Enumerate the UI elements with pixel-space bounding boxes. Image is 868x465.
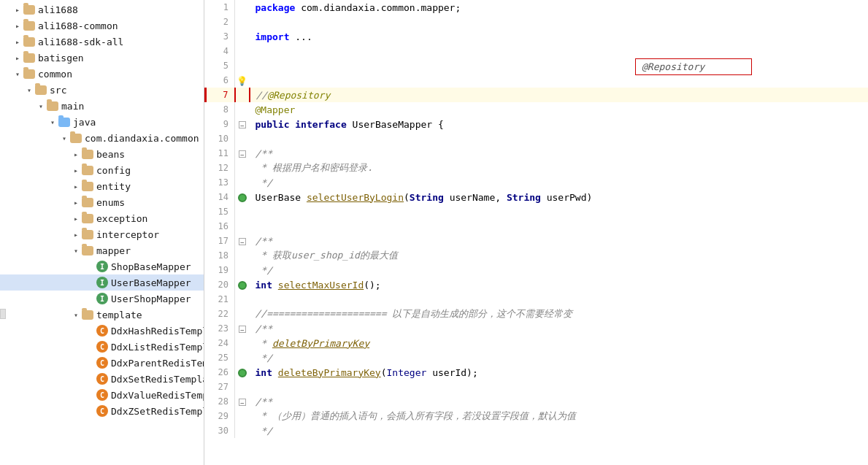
arrow-ali1688-common[interactable] [12, 22, 23, 30]
arrow-template[interactable] [70, 311, 82, 319]
arrow-ali1688-sdk-all[interactable] [12, 38, 23, 46]
code-line-12: 12 * 根据用户名和密码登录. [206, 161, 869, 175]
sidebar-item-ShopBaseMapper[interactable]: IShopBaseMapper [0, 258, 204, 274]
sidebar-item-main[interactable]: main [0, 98, 204, 114]
fold-icon-17[interactable]: − [239, 238, 246, 245]
line-gutter-2 [235, 15, 250, 29]
sidebar-item-com.diandaxia.common[interactable]: com.diandaxia.common [0, 130, 204, 146]
line-number-5: 5 [206, 58, 235, 73]
arrow-src[interactable] [23, 86, 35, 94]
sidebar-item-DdxHashRedisTemplate[interactable]: CDdxHashRedisTemplate [0, 323, 204, 339]
line-gutter-14 [235, 190, 250, 204]
folder-icon-config [82, 166, 93, 175]
file-icon-DdxHashRedisTemplate: C [96, 325, 108, 337]
sidebar-tree: ali1688ali1688-commonali1688-sdk-allbati… [0, 1, 204, 419]
sidebar-item-ali1688-sdk-all[interactable]: ali1688-sdk-all [0, 34, 204, 50]
item-label-template: template [96, 310, 142, 320]
sidebar-item-common[interactable]: common [0, 66, 204, 82]
sidebar-item-beans[interactable]: beans [0, 146, 204, 162]
fold-icon-23[interactable]: − [239, 326, 246, 333]
line-gutter-17: − [235, 234, 250, 248]
sidebar-item-DdxZSetRedisTemplate[interactable]: CDdxZSetRedisTemplate [0, 403, 204, 419]
sidebar-item-exception[interactable]: exception [0, 210, 204, 226]
code-line-21: 21 [206, 292, 869, 307]
sidebar-item-DdxSetRedisTemplate[interactable]: CDdxSetRedisTemplate [0, 371, 204, 387]
item-label-ShopBaseMapper: ShopBaseMapper [111, 261, 191, 272]
line-content-7: //@Repository [250, 88, 869, 102]
line-number-13: 13 [206, 175, 235, 190]
fold-icon-9[interactable]: − [239, 121, 246, 128]
sidebar-item-java[interactable]: java [0, 114, 204, 130]
arrow-ali1688[interactable] [12, 6, 23, 14]
line-number-16: 16 [206, 219, 235, 234]
code-line-6: 6💡 [206, 73, 869, 88]
arrow-enums[interactable] [70, 199, 82, 207]
item-label-common: common [38, 69, 72, 80]
line-gutter-15 [235, 204, 250, 219]
item-label-enums: enums [96, 197, 125, 208]
item-label-DdxValueRedisTemplate: DdxValueRedisTemplate [111, 390, 204, 401]
sidebar-item-batisgen[interactable]: batisgen [0, 50, 204, 66]
line-number-1: 1 [206, 0, 235, 15]
sidebar-item-mapper[interactable]: mapper [0, 242, 204, 258]
arrow-entity[interactable] [70, 182, 82, 191]
arrow-java[interactable] [47, 118, 58, 126]
lightbulb-icon[interactable]: 💡 [237, 76, 247, 86]
code-line-4: 4 [206, 44, 869, 58]
arrow-common[interactable] [12, 70, 23, 78]
line-gutter-9: − [235, 117, 250, 131]
line-gutter-27 [235, 380, 250, 394]
code-line-28: 28−/** [206, 394, 869, 409]
sidebar-item-interceptor[interactable]: interceptor [0, 226, 204, 242]
sidebar-item-enums[interactable]: enums [0, 194, 204, 210]
sidebar-item-entity[interactable]: entity [0, 178, 204, 194]
code-line-13: 13 */ [206, 175, 869, 190]
line-number-12: 12 [206, 161, 235, 175]
line-gutter-20 [235, 277, 250, 292]
favorites-tab[interactable] [0, 309, 6, 319]
item-label-ali1688: ali1688 [38, 4, 78, 15]
fold-icon-11[interactable]: − [239, 150, 246, 158]
sidebar-item-template[interactable]: template [0, 307, 204, 323]
arrow-com.diandaxia.common[interactable] [58, 134, 70, 142]
line-number-27: 27 [206, 380, 235, 394]
code-line-14: 14UserBase selectUserByLogin(String user… [206, 190, 869, 204]
arrow-mapper[interactable] [70, 247, 82, 255]
sidebar-item-DdxValueRedisTemplate[interactable]: CDdxValueRedisTemplate [0, 387, 204, 403]
sidebar: ali1688ali1688-commonali1688-sdk-allbati… [0, 0, 204, 465]
autocomplete-item-0[interactable]: @Repository [636, 61, 751, 73]
line-number-8: 8 [206, 102, 235, 117]
arrow-beans[interactable] [70, 150, 82, 158]
file-icon-UserShopMapper: I [96, 293, 108, 304]
code-line-10: 10 [206, 131, 869, 146]
line-content-17: /** [250, 234, 869, 248]
line-gutter-30 [235, 423, 250, 438]
sidebar-item-src[interactable]: src [0, 82, 204, 98]
sidebar-item-UserShopMapper[interactable]: IUserShopMapper [0, 291, 204, 307]
arrow-interceptor[interactable] [70, 231, 82, 239]
code-editor[interactable]: 1package com.diandaxia.common.mapper;23i… [204, 0, 868, 465]
code-line-24: 24 * deletByPrimaryKey [206, 336, 869, 350]
item-label-exception: exception [96, 213, 147, 224]
line-number-14: 14 [206, 190, 235, 204]
sidebar-item-DdxParentRedisTemplate[interactable]: CDdxParentRedisTemplate [0, 355, 204, 371]
autocomplete-popup[interactable]: @Repository [635, 58, 752, 75]
arrow-exception[interactable] [70, 215, 82, 223]
sidebar-item-ali1688[interactable]: ali1688 [0, 1, 204, 18]
line-number-15: 15 [206, 204, 235, 219]
folder-icon-beans [82, 150, 93, 159]
line-gutter-4 [235, 44, 250, 58]
arrow-config[interactable] [70, 166, 82, 174]
arrow-main[interactable] [35, 102, 47, 110]
line-number-3: 3 [206, 29, 235, 44]
sidebar-item-ali1688-common[interactable]: ali1688-common [0, 18, 204, 34]
arrow-batisgen[interactable] [12, 54, 23, 62]
line-content-18: * 获取user_shop_id的最大值 [250, 248, 869, 263]
line-gutter-21 [235, 292, 250, 307]
code-line-30: 30 */ [206, 423, 869, 438]
line-gutter-6: 💡 [235, 73, 250, 88]
fold-icon-28[interactable]: − [239, 399, 246, 406]
sidebar-item-UserBaseMapper[interactable]: IUserBaseMapper [0, 274, 204, 291]
sidebar-item-DdxListRedisTemplate[interactable]: CDdxListRedisTemplate [0, 339, 204, 355]
sidebar-item-config[interactable]: config [0, 162, 204, 178]
